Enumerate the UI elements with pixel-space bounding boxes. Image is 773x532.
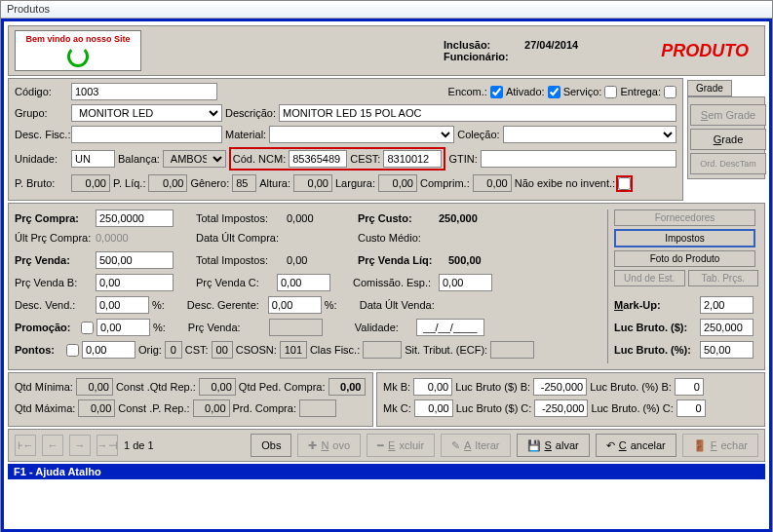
prc-venda2-label: Prç Venda:	[188, 322, 266, 333]
comprim-label: Comprim.:	[420, 177, 470, 189]
produto-title: PRODUTO	[661, 41, 749, 61]
excluir-button[interactable]: ━ Excluir	[367, 434, 435, 457]
balanca-select[interactable]: AMBOS	[163, 150, 226, 168]
pliq-label: P. Líq.:	[113, 177, 145, 189]
inclusao-value: 27/04/2014	[524, 39, 578, 51]
prc-venda-input[interactable]	[96, 251, 174, 269]
grupo-select[interactable]: MONITOR LED	[71, 104, 222, 122]
csosn-input[interactable]	[280, 341, 307, 359]
novo-button[interactable]: ✚ Novo	[297, 434, 361, 457]
pontos-checkbox[interactable]	[66, 344, 79, 357]
unidade-label: Unidade:	[15, 153, 68, 165]
qtd-max-input[interactable]	[78, 399, 115, 417]
foto-button[interactable]: Foto do Produto	[614, 250, 755, 267]
material-select[interactable]	[269, 126, 454, 143]
qtd-min-label: Qtd Mínima:	[15, 381, 73, 393]
servico-checkbox[interactable]	[604, 86, 617, 98]
qtd-ped-input[interactable]	[329, 378, 366, 396]
plus-icon: ✚	[308, 439, 317, 452]
codigo-input[interactable]	[71, 83, 217, 100]
pliq-input[interactable]	[148, 174, 187, 192]
unidade-input[interactable]	[71, 150, 115, 168]
colecao-select[interactable]	[503, 126, 676, 143]
const-p-input[interactable]	[193, 399, 230, 417]
promocao-input[interactable]	[97, 319, 150, 336]
largura-input[interactable]	[378, 174, 417, 192]
prc-venda2-input[interactable]	[269, 319, 323, 336]
mkb-input[interactable]	[413, 378, 452, 396]
orig-input[interactable]	[165, 341, 182, 359]
mkc-input[interactable]	[414, 399, 453, 417]
alterar-button[interactable]: ✎ Alterar	[441, 434, 510, 457]
minus-icon: ━	[377, 439, 384, 452]
prc-vendac-input[interactable]	[277, 274, 330, 291]
pontos-label: Pontos:	[15, 344, 63, 356]
grade-button[interactable]: Grade	[690, 129, 766, 150]
nav-first-button[interactable]: ⊦←	[15, 435, 36, 456]
ativado-checkbox[interactable]	[548, 86, 560, 98]
const-qtd-input[interactable]	[199, 378, 236, 396]
naoexibe-checkbox[interactable]	[618, 177, 631, 190]
tab-prcs-button[interactable]: Tab. Prçs.	[688, 270, 759, 286]
luc-bruto-p-input[interactable]	[700, 341, 754, 359]
clasfisc-input[interactable]	[363, 341, 402, 359]
salvar-button[interactable]: 💾 Salvar	[517, 434, 590, 457]
sem-grade-button[interactable]: SSem Gradeem Grade	[690, 104, 766, 126]
entrega-checkbox[interactable]	[664, 86, 676, 98]
prd-compra-input[interactable]	[299, 399, 336, 417]
obs-button[interactable]: Obs	[251, 434, 291, 457]
promocao-checkbox[interactable]	[81, 322, 94, 334]
prc-venda-liq-value: 500,00	[448, 254, 482, 266]
data-ult-v-label: Data Últ Venda:	[360, 299, 443, 311]
genero-input[interactable]	[232, 174, 256, 192]
ult-prc-value: 0,0000	[96, 232, 174, 244]
pct3: %:	[153, 322, 166, 333]
grade-tab[interactable]: Grade	[687, 80, 732, 96]
desc-ger-input[interactable]	[268, 296, 322, 314]
ord-desctam-button[interactable]: Ord. DescTam	[690, 153, 766, 174]
header-panel: Bem vindo ao nosso Site Inclusão: 27/04/…	[8, 25, 765, 76]
comissao-input[interactable]	[439, 274, 492, 291]
fornecedores-button[interactable]: Fornecedores	[614, 209, 755, 226]
und-est-button[interactable]: Und de Est.	[614, 270, 685, 286]
nav-prev-button[interactable]: ←	[42, 435, 63, 456]
luc-b-p-label: Luc Bruto. (%) B:	[590, 381, 672, 393]
pbruto-input[interactable]	[71, 174, 110, 192]
ativado-label: Ativado:	[506, 86, 545, 97]
ult-prc-label: Últ Prç Compra:	[15, 232, 93, 244]
const-p-label: Const .P. Rep.:	[118, 402, 189, 414]
codncm-input[interactable]	[289, 150, 347, 168]
sit-tribut-input[interactable]	[490, 341, 534, 359]
nav-next-button[interactable]: →	[69, 435, 91, 456]
prc-custo-value: 250,000	[439, 212, 478, 224]
prc-vendab-input[interactable]	[96, 274, 174, 291]
cst-input[interactable]	[212, 341, 233, 359]
altura-input[interactable]	[293, 174, 332, 192]
validade-input[interactable]	[416, 319, 484, 336]
luc-c-p-input[interactable]	[676, 399, 706, 417]
cest-input[interactable]	[383, 150, 442, 168]
prc-compra-input[interactable]	[96, 209, 174, 227]
luc-b-s-input[interactable]	[533, 378, 587, 396]
desc-vend-label: Desc. Vend.:	[15, 299, 93, 311]
sit-tribut-label: Sit. Tribut. (ECF):	[405, 344, 487, 356]
edit-icon: ✎	[451, 439, 460, 452]
nav-last-button[interactable]: →⊣	[97, 435, 118, 456]
cancelar-button[interactable]: ↶ Cancelar	[596, 434, 676, 457]
luc-c-s-input[interactable]	[534, 399, 588, 417]
comprim-input[interactable]	[473, 174, 512, 192]
fechar-button[interactable]: 🚪 Fechar	[682, 434, 758, 457]
qtd-min-input[interactable]	[76, 378, 113, 396]
desc-vend-input[interactable]	[96, 296, 149, 314]
encom-checkbox[interactable]	[490, 86, 503, 98]
impostos-button[interactable]: Impostos	[614, 229, 755, 247]
descfisc-input[interactable]	[71, 126, 222, 143]
markup-input[interactable]	[700, 296, 754, 314]
gtin-input[interactable]	[481, 150, 676, 168]
descricao-input[interactable]	[279, 104, 676, 122]
naoexibe-label: Não exibe no invent.:	[515, 177, 615, 189]
pontos-input[interactable]	[82, 341, 135, 359]
luc-b-p-input[interactable]	[675, 378, 704, 396]
luc-bruto-s-input[interactable]	[700, 319, 754, 336]
save-icon: 💾	[527, 439, 541, 452]
